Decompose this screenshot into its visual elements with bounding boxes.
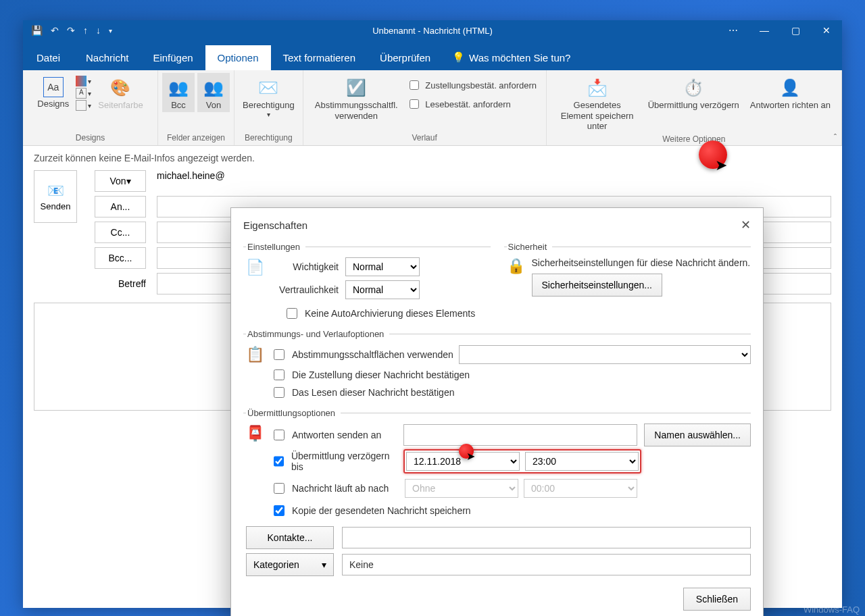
no-autoarchive-checkbox[interactable]: Keine AutoArchivierung dieses Elements bbox=[284, 306, 491, 321]
delivery-receipt-checkbox[interactable]: Zustellungsbestät. anfordern bbox=[407, 78, 537, 92]
fonts-icon[interactable]: A bbox=[76, 88, 86, 99]
group-berechtigung: Berechtigung bbox=[245, 132, 293, 145]
expire-date-select[interactable]: Ohne bbox=[405, 479, 518, 498]
security-legend: Sicherheit bbox=[507, 242, 553, 252]
tab-nachricht[interactable]: Nachricht bbox=[74, 45, 141, 70]
close-button[interactable]: ✕ bbox=[811, 20, 842, 41]
security-lock-icon: 🔒 bbox=[507, 257, 525, 275]
dropdown-icon: ▾ bbox=[322, 559, 326, 570]
sensitivity-select[interactable]: Normal bbox=[345, 280, 420, 299]
confirm-delivery-checkbox[interactable]: Die Zustellung dieser Nachricht bestätig… bbox=[271, 367, 751, 382]
voting-options-select[interactable] bbox=[459, 345, 751, 364]
delay-time-select[interactable]: 23:00 bbox=[525, 452, 639, 471]
from-field[interactable]: michael.heine@ bbox=[157, 170, 831, 192]
dialog-title: Eigenschaften bbox=[243, 220, 307, 231]
importance-select[interactable]: Normal bbox=[345, 257, 420, 276]
save-icon[interactable]: 💾 bbox=[31, 25, 43, 36]
maximize-button[interactable]: ▢ bbox=[780, 20, 811, 41]
send-button[interactable]: 📧 Senden bbox=[34, 170, 77, 223]
voting-buttons[interactable]: ☑️ Abstimmungsschaltfl. verwenden bbox=[312, 73, 400, 122]
save-copy-checkbox[interactable]: Kopie der gesendeten Nachricht speichern bbox=[271, 503, 751, 518]
colors-icon[interactable] bbox=[76, 76, 86, 86]
tab-einfuegen[interactable]: Einfügen bbox=[141, 45, 205, 70]
dialog-close-button[interactable]: ✕ bbox=[741, 217, 751, 232]
collapse-ribbon-icon[interactable]: ˆ bbox=[834, 133, 837, 143]
save-sent-icon: 📩 bbox=[587, 77, 608, 99]
voting-icon: ☑️ bbox=[345, 77, 367, 99]
send-icon: 📧 bbox=[47, 182, 64, 199]
from-icon: 👥 bbox=[203, 77, 224, 99]
tab-datei[interactable]: Datei bbox=[23, 45, 74, 70]
contacts-input[interactable] bbox=[342, 527, 751, 548]
reply-to-icon: 👤 bbox=[779, 77, 801, 99]
ribbon-tabstrip: Datei Nachricht Einfügen Optionen Text f… bbox=[23, 41, 842, 70]
tracking-icon: 📋 bbox=[246, 344, 264, 403]
voting-tracking-legend: Abstimmungs- und Verlaufoptionen bbox=[246, 329, 389, 339]
subject-label: Betreff bbox=[95, 273, 146, 294]
page-color-icon: 🎨 bbox=[109, 77, 131, 99]
delay-delivery-button[interactable]: ⏱️ Übermittlung verzögern bbox=[644, 73, 743, 112]
close-button-dialog[interactable]: Schließen bbox=[683, 588, 751, 611]
security-text: Sicherheitseinstellungen für diese Nachr… bbox=[532, 257, 751, 268]
page-color-button[interactable]: 🎨 Seitenfarbe bbox=[94, 73, 147, 112]
permission-button[interactable]: ✉️ Berechtigung▾ bbox=[239, 73, 299, 120]
settings-legend: Einstellungen bbox=[246, 242, 305, 252]
pagecolor-label: Seitenfarbe bbox=[98, 100, 143, 111]
importance-label: Wichtigkeit bbox=[271, 261, 339, 272]
lightbulb-icon: 💡 bbox=[452, 51, 465, 63]
designs-label: Designs bbox=[37, 99, 69, 109]
cc-field-button[interactable]: Cc... bbox=[95, 222, 146, 243]
designs-icon: Aa bbox=[43, 77, 64, 97]
replies-to-input[interactable] bbox=[403, 424, 637, 446]
cursor-pointer-icon: ➤ bbox=[715, 157, 727, 174]
undo-icon[interactable]: ↶ bbox=[51, 25, 59, 36]
properties-dialog: Eigenschaften ✕ Einstellungen 📄 Wichtigk… bbox=[230, 207, 764, 616]
read-receipt-checkbox[interactable]: Lesebestät. anfordern bbox=[407, 97, 537, 111]
categories-button[interactable]: Kategorien▾ bbox=[246, 553, 334, 576]
contacts-button[interactable]: Kontakte... bbox=[246, 526, 334, 549]
tab-optionen[interactable]: Optionen bbox=[205, 45, 271, 70]
security-settings-button[interactable]: Sicherheitseinstellungen... bbox=[532, 274, 662, 297]
qat-dropdown-icon[interactable]: ▾ bbox=[109, 27, 112, 34]
to-field-button[interactable]: An... bbox=[95, 196, 146, 217]
ribbon: Aa Designs ▾ A▾ ▾ 🎨 Seitenfarbe Designs bbox=[23, 70, 842, 146]
confirm-read-checkbox[interactable]: Das Lesen dieser Nachricht bestätigen bbox=[271, 385, 751, 400]
tab-ueberpruefen[interactable]: Überprüfen bbox=[368, 45, 443, 70]
from-field-button[interactable]: Von ▾ bbox=[95, 170, 146, 192]
minimize-button[interactable]: — bbox=[749, 20, 780, 41]
watermark-text: Windows-FAQ bbox=[804, 605, 860, 615]
up-arrow-icon[interactable]: ↑ bbox=[83, 25, 88, 36]
tell-me-label: Was möchten Sie tun? bbox=[469, 52, 570, 63]
bcc-icon: 👥 bbox=[168, 77, 189, 99]
tab-text-formatieren[interactable]: Text formatieren bbox=[271, 45, 368, 70]
permission-icon: ✉️ bbox=[257, 77, 279, 99]
save-sent-item-button[interactable]: 📩 Gesendetes Element speichern unter bbox=[553, 73, 641, 133]
group-verlauf: Verlauf bbox=[412, 132, 437, 145]
delivery-icon: 📮 bbox=[246, 424, 264, 521]
cursor-pointer-icon-2: ➤ bbox=[466, 450, 475, 463]
properties-icon: 📄 bbox=[246, 257, 264, 303]
bcc-field-button[interactable]: Bcc... bbox=[95, 247, 146, 269]
effects-icon[interactable] bbox=[76, 100, 86, 111]
tell-me-search[interactable]: 💡 Was möchten Sie tun? bbox=[443, 45, 580, 70]
replies-to-checkbox[interactable]: Antworten senden an bbox=[271, 428, 397, 442]
von-button[interactable]: 👥 Von bbox=[197, 73, 230, 112]
direct-replies-button[interactable]: 👤 Antworten richten an bbox=[746, 73, 835, 112]
designs-button[interactable]: Aa Designs bbox=[33, 73, 73, 111]
categories-value[interactable]: Keine bbox=[342, 554, 751, 575]
overflow-icon[interactable]: ⋯ bbox=[718, 20, 749, 41]
use-voting-checkbox[interactable]: Abstimmungsschaltflächen verwenden bbox=[271, 347, 453, 362]
down-arrow-icon[interactable]: ↓ bbox=[96, 25, 101, 36]
delivery-options-legend: Übermittlungsoptionen bbox=[246, 408, 341, 418]
redo-icon[interactable]: ↷ bbox=[67, 25, 75, 36]
group-felder-anzeigen: Felder anzeigen bbox=[167, 132, 225, 145]
expire-time-select[interactable]: 00:00 bbox=[524, 479, 637, 498]
outlook-message-window: 💾 ↶ ↷ ↑ ↓ ▾ Unbenannt - Nachricht (HTML)… bbox=[23, 20, 842, 608]
delay-delivery-checkbox[interactable]: Übermittlung verzögern bis bbox=[271, 451, 397, 472]
select-names-button[interactable]: Namen auswählen... bbox=[644, 424, 751, 446]
expires-after-checkbox[interactable]: Nachricht läuft ab nach bbox=[271, 481, 397, 496]
group-designs: Designs bbox=[76, 132, 105, 145]
titlebar: 💾 ↶ ↷ ↑ ↓ ▾ Unbenannt - Nachricht (HTML)… bbox=[23, 20, 842, 41]
bcc-button[interactable]: 👥 Bcc bbox=[162, 73, 195, 112]
sensitivity-label: Vertraulichkeit bbox=[271, 284, 339, 295]
